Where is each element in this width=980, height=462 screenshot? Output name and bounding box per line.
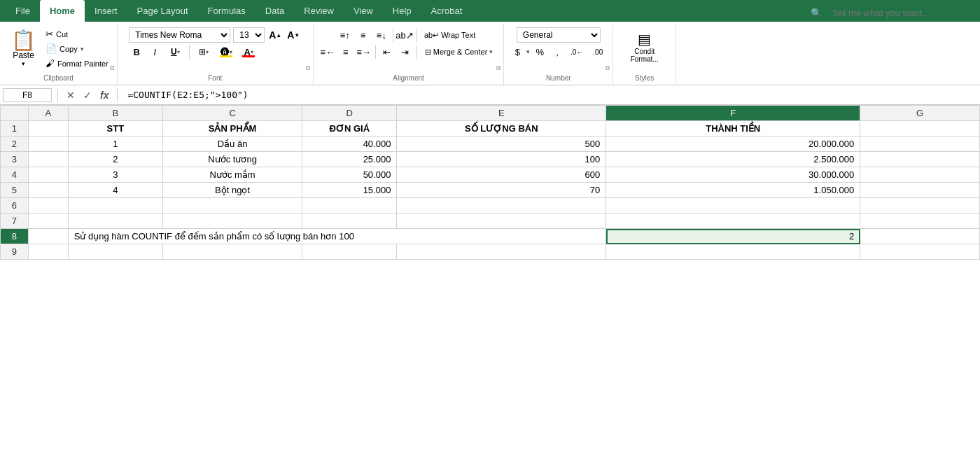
alignment-launcher[interactable]: ⧉ — [496, 64, 500, 72]
cell-f2[interactable]: 20.000.000 — [606, 136, 860, 152]
cell-d5[interactable]: 15.000 — [302, 183, 397, 198]
cell-a8[interactable] — [28, 229, 68, 244]
cell-f3[interactable]: 2.500.000 — [606, 152, 860, 167]
percent-button[interactable]: % — [531, 44, 548, 59]
cell-c5[interactable]: Bột ngọt — [162, 183, 302, 198]
cell-b3[interactable]: 2 — [68, 152, 162, 167]
cell-g8[interactable] — [860, 229, 980, 244]
row-header-4[interactable]: 4 — [1, 167, 29, 183]
cell-f5[interactable]: 1.050.000 — [606, 183, 860, 198]
cell-g3[interactable] — [860, 152, 980, 167]
tab-home[interactable]: Home — [40, 0, 85, 22]
row-header-1[interactable]: 1 — [1, 121, 29, 136]
row-header-3[interactable]: 3 — [1, 152, 29, 167]
cell-a7[interactable] — [28, 214, 68, 229]
col-header-d[interactable]: D — [302, 106, 397, 121]
ribbon-search-input[interactable] — [826, 4, 966, 22]
col-header-e[interactable]: E — [397, 106, 606, 121]
accounting-dropdown[interactable]: ▾ — [526, 48, 530, 55]
tab-review[interactable]: Review — [294, 0, 344, 22]
align-bottom-button[interactable]: ≡↓ — [373, 27, 390, 43]
cell-g5[interactable] — [860, 183, 980, 198]
paste-dropdown-arrow[interactable]: ▾ — [22, 60, 25, 67]
cell-c6[interactable] — [162, 198, 302, 214]
merge-dropdown-arrow[interactable]: ▾ — [489, 48, 493, 55]
cell-c2[interactable]: Dầu ăn — [162, 136, 302, 152]
font-launcher[interactable]: ⧉ — [306, 64, 310, 72]
cell-g6[interactable] — [860, 198, 980, 214]
cell-f6[interactable] — [606, 198, 860, 214]
font-shrink-button[interactable]: A▼ — [286, 27, 301, 43]
cell-b4[interactable]: 3 — [68, 167, 162, 183]
tab-file[interactable]: File — [6, 0, 40, 22]
cut-button[interactable]: ✂ Cut — [43, 27, 111, 41]
cell-f1[interactable]: THÀNH TIỀN — [606, 121, 860, 136]
cell-c3[interactable]: Nước tương — [162, 152, 302, 167]
border-button[interactable]: ⊞ ▾ — [194, 44, 214, 59]
cell-b5[interactable]: 4 — [68, 183, 162, 198]
confirm-formula-icon[interactable]: ✓ — [80, 88, 94, 102]
comma-button[interactable]: , — [550, 44, 565, 59]
formula-input[interactable] — [123, 88, 977, 102]
cell-e9[interactable] — [397, 244, 606, 260]
tab-data[interactable]: Data — [255, 0, 294, 22]
cell-b6[interactable] — [68, 198, 162, 214]
cell-d2[interactable]: 40.000 — [302, 136, 397, 152]
insert-function-icon[interactable]: fx — [97, 88, 111, 102]
cell-f9[interactable] — [606, 244, 860, 260]
conditional-format-button[interactable]: ▤ ConditFormat... — [624, 27, 665, 66]
format-painter-button[interactable]: 🖌 Format Painter — [43, 57, 111, 70]
col-header-g[interactable]: G — [860, 106, 980, 121]
cell-c4[interactable]: Nước mắm — [162, 167, 302, 183]
clipboard-launcher[interactable]: ⧉ — [110, 64, 114, 72]
cell-e5[interactable]: 70 — [397, 183, 606, 198]
tab-help[interactable]: Help — [383, 0, 421, 22]
decrease-decimal-button[interactable]: .0← — [566, 44, 587, 59]
row-header-7[interactable]: 7 — [1, 214, 29, 229]
tab-acrobat[interactable]: Acrobat — [421, 0, 472, 22]
cell-b2[interactable]: 1 — [68, 136, 162, 152]
font-size-select[interactable]: 13 — [233, 27, 265, 43]
number-format-select[interactable]: General — [517, 27, 601, 43]
accounting-button[interactable]: $ — [510, 44, 525, 59]
cell-d4[interactable]: 50.000 — [302, 167, 397, 183]
cell-d6[interactable] — [302, 198, 397, 214]
row-header-2[interactable]: 2 — [1, 136, 29, 152]
wrap-text-button[interactable]: ab↵ Wrap Text — [419, 29, 480, 42]
cell-b8[interactable]: Sử dụng hàm COUNTIF để đếm sản phẩm có s… — [68, 229, 606, 244]
tab-page-layout[interactable]: Page Layout — [127, 0, 198, 22]
cell-a2[interactable] — [28, 136, 68, 152]
cell-e2[interactable]: 500 — [397, 136, 606, 152]
cell-g1[interactable] — [860, 121, 980, 136]
row-header-5[interactable]: 5 — [1, 183, 29, 198]
cell-g4[interactable] — [860, 167, 980, 183]
cell-g7[interactable] — [860, 214, 980, 229]
tab-formulas[interactable]: Formulas — [198, 0, 255, 22]
cell-reference-box[interactable] — [3, 88, 52, 102]
cell-e3[interactable]: 100 — [397, 152, 606, 167]
font-color-button[interactable]: A ▾ — [239, 44, 258, 59]
cell-a5[interactable] — [28, 183, 68, 198]
col-header-b[interactable]: B — [68, 106, 162, 121]
header-corner[interactable] — [1, 106, 29, 121]
col-header-a[interactable]: A — [28, 106, 68, 121]
italic-button[interactable]: I — [147, 44, 162, 59]
cell-e4[interactable]: 600 — [397, 167, 606, 183]
font-grow-button[interactable]: A▲ — [267, 27, 283, 43]
align-right-button[interactable]: ≡→ — [356, 44, 372, 59]
cell-e7[interactable] — [397, 214, 606, 229]
tab-insert[interactable]: Insert — [85, 0, 127, 22]
cell-d1[interactable]: ĐƠN GIÁ — [302, 121, 397, 136]
cell-a3[interactable] — [28, 152, 68, 167]
paste-button[interactable]: 📋 Paste ▾ — [6, 28, 41, 70]
fill-color-button[interactable]: 🅐 ▾ — [216, 44, 236, 59]
cell-e6[interactable] — [397, 198, 606, 214]
copy-button[interactable]: 📄 Copy ▾ — [43, 42, 111, 55]
spreadsheet-container[interactable]: A B C D E F G 1STTSẢN PHẨMĐƠN GIÁSỐ LƯỢN… — [0, 105, 980, 458]
decrease-indent-button[interactable]: ⇤ — [379, 44, 396, 59]
cell-a1[interactable] — [28, 121, 68, 136]
cell-d3[interactable]: 25.000 — [302, 152, 397, 167]
cell-a9[interactable] — [28, 244, 68, 260]
col-header-f[interactable]: F — [606, 106, 860, 121]
cell-c9[interactable] — [162, 244, 302, 260]
